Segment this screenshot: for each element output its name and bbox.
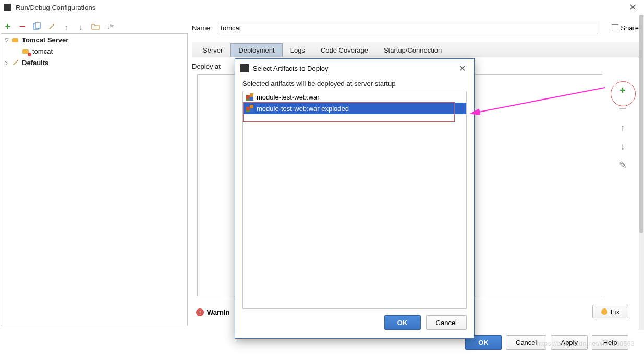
tab-startup-connection[interactable]: Startup/Connection bbox=[376, 43, 449, 57]
share-checkbox[interactable] bbox=[612, 24, 618, 31]
share-label: Share bbox=[621, 24, 639, 32]
move-down-button[interactable]: ↓ bbox=[76, 22, 86, 31]
tab-code-coverage[interactable]: Code Coverage bbox=[313, 43, 376, 57]
edit-artifact-button[interactable]: ✎ bbox=[617, 159, 628, 171]
fix-button[interactable]: Fix bbox=[592, 305, 628, 318]
tree-label: Defaults bbox=[22, 59, 48, 67]
tree-node-tomcat-server[interactable]: ▽ Tomcat Server bbox=[1, 34, 187, 45]
artifact-item[interactable]: module-test-web:war bbox=[243, 91, 466, 103]
tab-bar: Server Deployment Logs Code Coverage Sta… bbox=[192, 42, 639, 57]
artifact-label: module-test-web:war exploded bbox=[257, 105, 349, 113]
artifact-icon bbox=[246, 105, 253, 112]
lightbulb-icon bbox=[601, 308, 607, 315]
tree-label: tomcat bbox=[32, 47, 53, 55]
tomcat-run-icon bbox=[22, 47, 30, 55]
expand-icon: ▽ bbox=[4, 37, 9, 43]
tomcat-icon bbox=[11, 35, 20, 44]
dialog-cancel-button[interactable]: Cancel bbox=[426, 315, 467, 330]
window-scrollbar[interactable] bbox=[639, 15, 644, 330]
expand-icon: ▷ bbox=[4, 60, 9, 66]
add-config-button[interactable]: + bbox=[3, 22, 13, 31]
remove-artifact-button[interactable]: − bbox=[617, 103, 628, 115]
warning-label: Warnin bbox=[207, 308, 230, 316]
window-titlebar: Run/Debug Configurations ✕ bbox=[0, 0, 644, 15]
fix-label: Fix bbox=[611, 308, 619, 316]
tab-server[interactable]: Server bbox=[195, 43, 230, 57]
dialog-app-icon bbox=[240, 64, 249, 72]
warning-row: ! Warnin bbox=[196, 308, 230, 316]
folder-button[interactable] bbox=[91, 22, 100, 31]
artifact-list[interactable]: module-test-web:war module-test-web:war … bbox=[242, 91, 467, 309]
app-icon bbox=[4, 4, 11, 11]
dialog-instruction: Selected artifacts will be deployed at s… bbox=[235, 78, 474, 91]
tab-deployment[interactable]: Deployment bbox=[230, 43, 282, 57]
warning-icon: ! bbox=[196, 308, 204, 316]
window-close-button[interactable]: ✕ bbox=[626, 1, 640, 14]
scrollbar-thumb[interactable] bbox=[639, 15, 643, 233]
sort-button[interactable]: ↓ᴬᶻ bbox=[105, 22, 115, 31]
window-title: Run/Debug Configurations bbox=[16, 4, 95, 11]
dialog-buttons: OK Cancel Apply Help bbox=[465, 335, 628, 350]
artifact-side-toolbar: + − ↑ ↓ ✎ bbox=[617, 84, 628, 171]
apply-button[interactable]: Apply bbox=[551, 335, 588, 350]
tab-logs[interactable]: Logs bbox=[283, 43, 313, 57]
name-input[interactable] bbox=[217, 21, 597, 34]
dialog-title: Select Artifacts to Deploy bbox=[253, 65, 329, 72]
svg-rect-1 bbox=[35, 22, 40, 28]
tree-node-defaults[interactable]: ▷ Defaults bbox=[1, 57, 187, 68]
tree-label: Tomcat Server bbox=[22, 36, 68, 44]
wrench-icon bbox=[11, 58, 20, 67]
remove-config-button[interactable]: − bbox=[18, 22, 27, 31]
config-tree: ▽ Tomcat Server tomcat ▷ Defaults bbox=[1, 33, 188, 326]
select-artifacts-dialog: Select Artifacts to Deploy ✕ Selected ar… bbox=[235, 58, 475, 339]
help-button[interactable]: Help bbox=[592, 335, 628, 350]
move-artifact-up-button[interactable]: ↑ bbox=[617, 122, 628, 133]
dialog-titlebar: Select Artifacts to Deploy ✕ bbox=[235, 59, 474, 78]
dialog-ok-button[interactable]: OK bbox=[384, 315, 421, 330]
move-up-button[interactable]: ↑ bbox=[62, 22, 71, 31]
dialog-buttons: OK Cancel bbox=[235, 309, 474, 338]
artifact-icon bbox=[246, 93, 253, 101]
cancel-button[interactable]: Cancel bbox=[506, 335, 546, 350]
settings-config-button[interactable] bbox=[47, 22, 56, 31]
artifact-label: module-test-web:war bbox=[257, 93, 320, 101]
artifact-item-selected[interactable]: module-test-web:war exploded bbox=[243, 103, 466, 114]
config-toolbar: + − ↑ ↓ ↓ᴬᶻ bbox=[1, 20, 117, 33]
add-artifact-button[interactable]: + bbox=[617, 84, 628, 96]
dialog-close-button[interactable]: ✕ bbox=[456, 63, 469, 75]
name-label: Name: bbox=[192, 24, 212, 32]
tree-node-tomcat[interactable]: tomcat bbox=[1, 45, 187, 57]
move-artifact-down-button[interactable]: ↓ bbox=[617, 141, 628, 152]
copy-config-button[interactable] bbox=[32, 22, 42, 31]
